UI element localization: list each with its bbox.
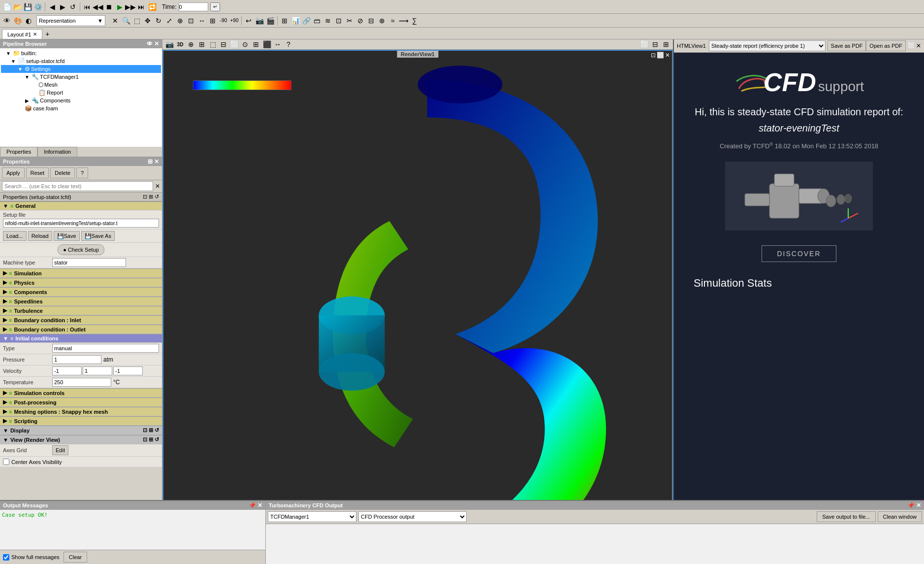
pipeline-close-icon[interactable]: ✕: [154, 40, 159, 47]
fit-icon[interactable]: ⤢: [164, 16, 174, 26]
expand-render-icon[interactable]: ✕: [665, 52, 670, 59]
turbo-processor-select[interactable]: CFD Processor output: [358, 511, 467, 522]
thresh-icon[interactable]: ⊟: [366, 16, 376, 26]
orient-icon[interactable]: ⊞: [208, 16, 218, 26]
section-initial-conditions[interactable]: ▼ ≡ Initial conditions: [0, 334, 162, 343]
tree-tcfd-manager[interactable]: ▼ 🔧 TCFDManager1: [1, 73, 161, 81]
section-post-processing[interactable]: ▶ ≡ Post-processing: [0, 398, 162, 407]
temperature-input[interactable]: [52, 378, 111, 387]
time-input[interactable]: [179, 2, 208, 11]
turbo-manager-select[interactable]: TCFDManager1: [268, 511, 356, 522]
help-button[interactable]: ?: [76, 167, 88, 178]
representation-dropdown[interactable]: Representation ▼: [36, 15, 105, 26]
show-full-messages-label[interactable]: Show full messages: [3, 554, 60, 561]
orient2-icon[interactable]: ⊞: [197, 39, 207, 49]
tree-case-foam[interactable]: 📦 case.foam: [1, 104, 161, 112]
3d-icon[interactable]: 3D: [175, 39, 185, 49]
check-setup-btn[interactable]: ● Check Setup: [58, 244, 104, 255]
next-icon[interactable]: ▶▶: [126, 2, 135, 12]
section-boundary-outlet[interactable]: ▶ ≡ Boundary condition : Outlet: [0, 325, 162, 334]
plus90-icon[interactable]: +90: [229, 16, 239, 26]
section-physics[interactable]: ▶ ≡ Physics: [0, 278, 162, 287]
setup-file-input[interactable]: [3, 219, 159, 228]
clear-output-btn[interactable]: Clear: [64, 552, 87, 563]
glyph-icon[interactable]: ⊕: [377, 16, 387, 26]
view-reset-icon[interactable]: ↺: [155, 436, 159, 443]
tab-close-icon[interactable]: ✕: [33, 32, 37, 37]
pan-icon[interactable]: ✥: [143, 16, 153, 26]
display-paste-icon[interactable]: ⊞: [149, 427, 153, 433]
minus90-icon[interactable]: -90: [219, 16, 228, 26]
render-view[interactable]: RenderView1 ⊡ ⬜ ✕: [162, 50, 673, 500]
expand-icon[interactable]: ▼: [10, 58, 17, 65]
slice-icon[interactable]: ⊘: [355, 16, 365, 26]
save-icon[interactable]: 💾: [23, 2, 32, 12]
refresh-icon[interactable]: ↺: [68, 2, 78, 12]
rotate-icon[interactable]: ↻: [154, 16, 163, 26]
discover-btn[interactable]: DISCOVER: [762, 245, 836, 262]
close-render-icon[interactable]: ⬜: [657, 52, 664, 59]
expand-icon[interactable]: ▶: [24, 97, 31, 104]
expand-icon[interactable]: ▼: [5, 50, 12, 57]
display-copy-icon[interactable]: ⊡: [143, 427, 147, 433]
turbo-close-icon[interactable]: ✕: [916, 502, 921, 509]
layout-icon[interactable]: ⬚: [208, 39, 218, 49]
output-close-icon[interactable]: ✕: [257, 502, 262, 509]
warp-icon[interactable]: ⟿: [399, 16, 409, 26]
data-icon[interactable]: 🗃: [312, 16, 322, 26]
section-scripting[interactable]: ▶ ≡ Scripting: [0, 416, 162, 426]
play-btn-icon[interactable]: ▶: [115, 2, 125, 12]
add-tab-btn[interactable]: +: [42, 29, 52, 39]
undo2-icon[interactable]: ↩: [244, 16, 254, 26]
expand-icon[interactable]: ▼: [24, 73, 31, 80]
turbo-pin-icon[interactable]: 📌: [907, 502, 915, 509]
camera-icon[interactable]: 📷: [255, 16, 264, 26]
axes-grid-edit-btn[interactable]: Edit: [52, 445, 68, 455]
settings-icon[interactable]: ⚙️: [33, 2, 43, 12]
tree-components[interactable]: ▶ 🔩 Components: [1, 97, 161, 104]
play-icon[interactable]: ⏮: [82, 2, 92, 12]
display-reset-icon[interactable]: ↺: [155, 427, 159, 433]
pipeline-eye-icon[interactable]: 👁: [147, 40, 153, 47]
interact-icon[interactable]: ↔: [273, 39, 283, 49]
save-as-btn[interactable]: 💾 Save As: [81, 231, 115, 241]
tree-settings[interactable]: ▼ ⚙ Settings: [1, 65, 161, 73]
section-boundary-inlet[interactable]: ▶ ≡ Boundary condition : Inlet: [0, 315, 162, 325]
reset-button[interactable]: Reset: [26, 167, 49, 178]
machine-type-input[interactable]: [52, 258, 126, 267]
delete-button[interactable]: Delete: [50, 167, 75, 178]
report-select[interactable]: Steady-state report (efficiency probe 1): [709, 40, 826, 51]
zoom-icon[interactable]: 🔍: [121, 16, 131, 26]
tree-builtin[interactable]: ▼ 📁 builtin:: [1, 49, 161, 57]
show-full-messages-checkbox[interactable]: [3, 554, 9, 561]
opacity-icon[interactable]: ◐: [24, 16, 33, 26]
velocity-x-input[interactable]: [52, 366, 82, 375]
stream-icon[interactable]: ≋: [323, 16, 333, 26]
new-icon[interactable]: 📄: [2, 2, 12, 12]
velocity-z-input[interactable]: [113, 366, 143, 375]
view-paste-icon[interactable]: ⊞: [149, 436, 153, 443]
chart-icon[interactable]: 📊: [290, 16, 300, 26]
reload-btn[interactable]: Reload: [28, 231, 52, 241]
expand-icon[interactable]: ▼: [17, 66, 24, 72]
maximize-icon[interactable]: ⬜: [639, 39, 649, 49]
section-display[interactable]: ▼ Display ⊡ ⊞ ↺: [0, 426, 162, 435]
setup-header[interactable]: Properties (setup-stator.tcfd) ⊡ ⊞ ↺: [0, 193, 162, 201]
tree-setup-stator[interactable]: ▼ 📄 setup-stator.tcfd: [1, 57, 161, 65]
reset-icon[interactable]: ⊡: [186, 16, 196, 26]
loop-icon[interactable]: 🔁: [147, 2, 157, 12]
select-icon[interactable]: ⬚: [132, 16, 142, 26]
search-input[interactable]: [2, 181, 153, 191]
last-icon[interactable]: ⏭: [136, 2, 146, 12]
grid2-icon[interactable]: ⊟: [219, 39, 228, 49]
calc-icon[interactable]: ∑: [410, 16, 419, 26]
section-speedlines[interactable]: ▶ ≡ Speedlines: [0, 297, 162, 306]
lock-render-icon[interactable]: ⊡: [651, 52, 656, 59]
stop-icon[interactable]: ⏹: [104, 2, 114, 12]
section-simulation[interactable]: ▶ ≡ Simulation: [0, 268, 162, 278]
selection-icon[interactable]: ⬜: [229, 39, 239, 49]
open-pdf-btn[interactable]: Open as PDF: [866, 40, 906, 51]
section-turbulence[interactable]: ▶ ≡ Turbulence: [0, 306, 162, 315]
section-components[interactable]: ▶ ≡ Components: [0, 287, 162, 297]
tab-properties[interactable]: Properties: [0, 147, 37, 157]
